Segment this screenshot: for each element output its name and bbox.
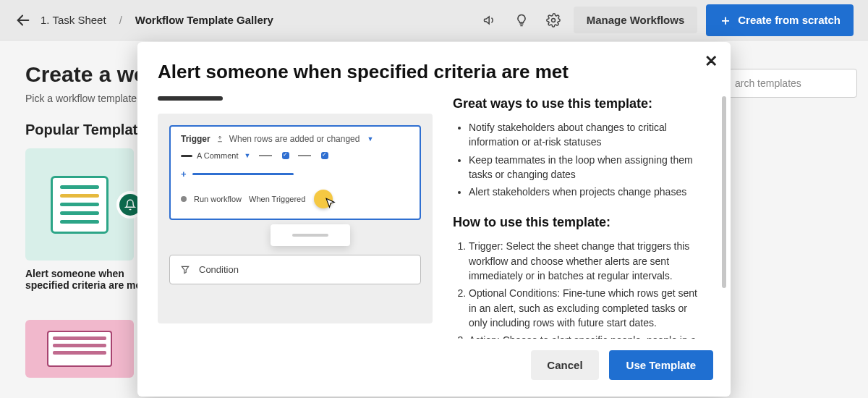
scrollbar[interactable] [722, 96, 726, 288]
create-from-scratch-button[interactable]: ＋ Create from scratch [706, 4, 854, 36]
cursor-highlight-icon [314, 190, 333, 208]
megaphone-icon[interactable] [478, 9, 501, 32]
template-description: Great ways to use this template: Notify … [453, 96, 710, 339]
back-arrow-icon[interactable] [14, 12, 32, 29]
great-ways-list: Notify stakeholders about changes to cri… [453, 120, 700, 199]
how-to-heading: How to use this template: [453, 215, 700, 230]
checkbox-icon [282, 152, 289, 159]
comment-label: A Comment [197, 151, 238, 160]
list-item: Action: Choose to alert specific people,… [469, 333, 700, 339]
when-triggered-label: When Triggered [249, 195, 305, 203]
trigger-description: When rows are added or changed [229, 134, 360, 144]
condition-block: Condition [169, 255, 421, 284]
list-item: Optional Conditions: Fine-tune which row… [469, 286, 700, 330]
great-ways-heading: Great ways to use this template: [453, 96, 700, 111]
search-placeholder: arch templates [735, 77, 801, 89]
search-input[interactable]: arch templates [727, 69, 857, 98]
template-card-graphic [51, 176, 109, 234]
filter-icon [180, 265, 190, 275]
list-item: Notify stakeholders about changes to cri… [469, 120, 700, 150]
topbar: 1. Task Sheet / Workflow Template Galler… [0, 0, 868, 41]
breadcrumb-item-gallery: Workflow Template Gallery [135, 14, 273, 26]
plus-icon: + [181, 169, 187, 179]
close-icon[interactable]: ✕ [705, 52, 718, 71]
breadcrumb-item-task-sheet[interactable]: 1. Task Sheet [41, 14, 106, 26]
chevron-down-icon: ▼ [244, 152, 250, 159]
list-item: Alert stakeholders when projects change … [469, 185, 700, 199]
use-template-button[interactable]: Use Template [609, 350, 713, 380]
lightbulb-icon[interactable] [510, 9, 533, 32]
chevron-down-icon: ▼ [367, 135, 373, 143]
cancel-button[interactable]: Cancel [531, 350, 598, 380]
svg-point-1 [551, 18, 555, 22]
gear-icon[interactable] [542, 9, 565, 32]
breadcrumb-separator: / [119, 14, 122, 26]
checkbox-icon [321, 152, 328, 159]
trigger-block: Trigger When rows are added or changed ▼… [169, 125, 421, 220]
how-to-list: Trigger: Select the sheet change that tr… [453, 239, 700, 339]
condition-label: Condition [199, 264, 239, 275]
template-detail-modal: ✕ Alert someone when specified criteria … [137, 42, 731, 397]
run-workflow-label: Run workflow [194, 195, 242, 203]
template-card2-graphic [47, 331, 112, 367]
trigger-label: Trigger [181, 134, 210, 144]
create-button-label: Create from scratch [738, 14, 841, 26]
workflow-preview: Trigger When rows are added or changed ▼… [158, 96, 433, 339]
list-item: Trigger: Select the sheet change that tr… [469, 239, 700, 283]
plus-icon: ＋ [719, 12, 732, 29]
list-item: Keep teammates in the loop when assignin… [469, 153, 700, 182]
template-card-alert[interactable] [25, 148, 134, 261]
manage-workflows-button[interactable]: Manage Workflows [574, 7, 698, 33]
dropdown-popup [271, 224, 350, 246]
template-card-secondary[interactable] [25, 320, 134, 378]
modal-title: Alert someone when specified criteria ar… [158, 61, 710, 83]
